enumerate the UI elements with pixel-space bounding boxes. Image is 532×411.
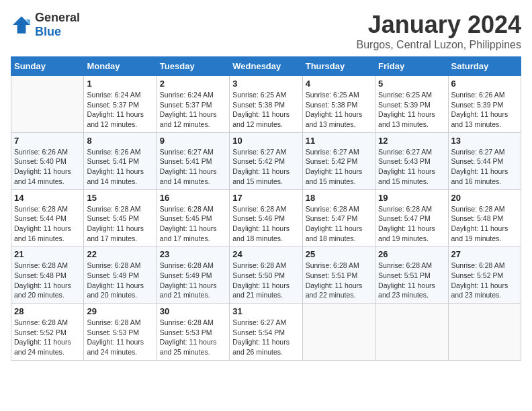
day-info: Sunrise: 6:27 AM Sunset: 5:44 PM Dayligh… bbox=[451, 147, 518, 187]
calendar-cell: 27Sunrise: 6:28 AM Sunset: 5:52 PM Dayli… bbox=[448, 246, 521, 304]
day-info: Sunrise: 6:26 AM Sunset: 5:40 PM Dayligh… bbox=[14, 147, 81, 187]
calendar-week-3: 14Sunrise: 6:28 AM Sunset: 5:44 PM Dayli… bbox=[11, 189, 521, 246]
day-info: Sunrise: 6:28 AM Sunset: 5:45 PM Dayligh… bbox=[87, 204, 153, 244]
day-info: Sunrise: 6:28 AM Sunset: 5:51 PM Dayligh… bbox=[378, 261, 445, 300]
calendar-cell: 22Sunrise: 6:28 AM Sunset: 5:49 PM Dayli… bbox=[84, 246, 157, 304]
calendar-cell bbox=[302, 304, 375, 361]
day-info: Sunrise: 6:28 AM Sunset: 5:47 PM Dayligh… bbox=[306, 204, 372, 244]
day-number: 14 bbox=[14, 193, 81, 203]
day-info: Sunrise: 6:28 AM Sunset: 5:51 PM Dayligh… bbox=[306, 261, 372, 300]
calendar-cell: 10Sunrise: 6:27 AM Sunset: 5:42 PM Dayli… bbox=[230, 132, 302, 189]
calendar-cell: 17Sunrise: 6:28 AM Sunset: 5:46 PM Dayli… bbox=[230, 189, 302, 246]
day-number: 11 bbox=[306, 136, 372, 146]
day-info: Sunrise: 6:28 AM Sunset: 5:44 PM Dayligh… bbox=[14, 204, 81, 244]
calendar-cell: 14Sunrise: 6:28 AM Sunset: 5:44 PM Dayli… bbox=[11, 189, 84, 246]
day-info: Sunrise: 6:26 AM Sunset: 5:41 PM Dayligh… bbox=[87, 147, 153, 187]
day-number: 5 bbox=[378, 79, 445, 89]
calendar-cell bbox=[448, 304, 521, 361]
calendar-cell: 12Sunrise: 6:27 AM Sunset: 5:43 PM Dayli… bbox=[375, 132, 448, 189]
day-info: Sunrise: 6:28 AM Sunset: 5:49 PM Dayligh… bbox=[160, 261, 226, 300]
calendar-cell: 20Sunrise: 6:28 AM Sunset: 5:48 PM Dayli… bbox=[448, 189, 521, 246]
day-info: Sunrise: 6:24 AM Sunset: 5:37 PM Dayligh… bbox=[160, 90, 226, 130]
day-number: 21 bbox=[14, 249, 81, 259]
day-info: Sunrise: 6:28 AM Sunset: 5:48 PM Dayligh… bbox=[14, 261, 81, 300]
day-info: Sunrise: 6:25 AM Sunset: 5:38 PM Dayligh… bbox=[232, 90, 299, 130]
day-number: 25 bbox=[306, 249, 372, 259]
calendar-table: SundayMondayTuesdayWednesdayThursdayFrid… bbox=[11, 56, 521, 361]
calendar-cell: 30Sunrise: 6:28 AM Sunset: 5:53 PM Dayli… bbox=[157, 304, 229, 361]
day-info: Sunrise: 6:28 AM Sunset: 5:49 PM Dayligh… bbox=[87, 261, 153, 300]
calendar-cell: 9Sunrise: 6:27 AM Sunset: 5:41 PM Daylig… bbox=[157, 132, 229, 189]
day-number: 15 bbox=[87, 193, 153, 203]
calendar-week-5: 28Sunrise: 6:28 AM Sunset: 5:52 PM Dayli… bbox=[11, 304, 521, 361]
day-of-week-thursday: Thursday bbox=[302, 57, 375, 76]
logo-blue: Blue bbox=[35, 25, 61, 38]
calendar-cell: 13Sunrise: 6:27 AM Sunset: 5:44 PM Dayli… bbox=[448, 132, 521, 189]
calendar-cell: 15Sunrise: 6:28 AM Sunset: 5:45 PM Dayli… bbox=[84, 189, 157, 246]
day-info: Sunrise: 6:27 AM Sunset: 5:54 PM Dayligh… bbox=[232, 318, 299, 357]
calendar-week-2: 7Sunrise: 6:26 AM Sunset: 5:40 PM Daylig… bbox=[11, 132, 521, 189]
calendar-cell: 16Sunrise: 6:28 AM Sunset: 5:45 PM Dayli… bbox=[157, 189, 229, 246]
calendar-cell: 11Sunrise: 6:27 AM Sunset: 5:42 PM Dayli… bbox=[302, 132, 375, 189]
day-info: Sunrise: 6:27 AM Sunset: 5:42 PM Dayligh… bbox=[232, 147, 299, 187]
day-info: Sunrise: 6:27 AM Sunset: 5:43 PM Dayligh… bbox=[378, 147, 445, 187]
calendar-cell bbox=[375, 304, 448, 361]
day-number: 3 bbox=[232, 79, 299, 89]
day-number: 18 bbox=[306, 193, 372, 203]
day-number: 13 bbox=[451, 136, 518, 146]
calendar-cell: 5Sunrise: 6:25 AM Sunset: 5:39 PM Daylig… bbox=[375, 76, 448, 133]
day-info: Sunrise: 6:28 AM Sunset: 5:45 PM Dayligh… bbox=[160, 204, 226, 244]
title-block: January 2024 Burgos, Central Luzon, Phil… bbox=[357, 11, 521, 51]
calendar-header: SundayMondayTuesdayWednesdayThursdayFrid… bbox=[11, 57, 521, 76]
calendar-body: 1Sunrise: 6:24 AM Sunset: 5:37 PM Daylig… bbox=[11, 76, 521, 361]
calendar-cell: 26Sunrise: 6:28 AM Sunset: 5:51 PM Dayli… bbox=[375, 246, 448, 304]
day-info: Sunrise: 6:28 AM Sunset: 5:52 PM Dayligh… bbox=[14, 318, 81, 357]
day-info: Sunrise: 6:27 AM Sunset: 5:41 PM Dayligh… bbox=[160, 147, 226, 187]
day-number: 20 bbox=[451, 193, 518, 203]
day-number: 29 bbox=[87, 306, 153, 316]
day-of-week-wednesday: Wednesday bbox=[230, 57, 302, 76]
day-number: 1 bbox=[87, 79, 153, 89]
calendar-cell: 25Sunrise: 6:28 AM Sunset: 5:51 PM Dayli… bbox=[302, 246, 375, 304]
logo: General Blue bbox=[11, 11, 80, 39]
day-number: 7 bbox=[14, 136, 81, 146]
day-of-week-sunday: Sunday bbox=[11, 57, 84, 76]
day-info: Sunrise: 6:28 AM Sunset: 5:52 PM Dayligh… bbox=[451, 261, 518, 300]
logo-general: General bbox=[35, 11, 80, 24]
day-number: 19 bbox=[378, 193, 445, 203]
day-info: Sunrise: 6:28 AM Sunset: 5:47 PM Dayligh… bbox=[378, 204, 445, 244]
day-number: 30 bbox=[160, 306, 226, 316]
day-number: 4 bbox=[306, 79, 372, 89]
page-header: General Blue January 2024 Burgos, Centra… bbox=[11, 11, 521, 51]
day-number: 24 bbox=[232, 249, 299, 259]
calendar-cell: 4Sunrise: 6:25 AM Sunset: 5:38 PM Daylig… bbox=[302, 76, 375, 133]
day-info: Sunrise: 6:24 AM Sunset: 5:37 PM Dayligh… bbox=[87, 90, 153, 130]
calendar-cell: 18Sunrise: 6:28 AM Sunset: 5:47 PM Dayli… bbox=[302, 189, 375, 246]
calendar-week-4: 21Sunrise: 6:28 AM Sunset: 5:48 PM Dayli… bbox=[11, 246, 521, 304]
day-number: 23 bbox=[160, 249, 226, 259]
calendar-cell: 29Sunrise: 6:28 AM Sunset: 5:53 PM Dayli… bbox=[84, 304, 157, 361]
month-year-title: January 2024 bbox=[357, 11, 521, 39]
logo-icon bbox=[11, 14, 32, 36]
day-info: Sunrise: 6:28 AM Sunset: 5:53 PM Dayligh… bbox=[87, 318, 153, 357]
day-number: 28 bbox=[14, 306, 81, 316]
day-number: 12 bbox=[378, 136, 445, 146]
day-number: 2 bbox=[160, 79, 226, 89]
day-number: 8 bbox=[87, 136, 153, 146]
day-number: 16 bbox=[160, 193, 226, 203]
day-number: 17 bbox=[232, 193, 299, 203]
calendar-cell: 24Sunrise: 6:28 AM Sunset: 5:50 PM Dayli… bbox=[230, 246, 302, 304]
day-info: Sunrise: 6:28 AM Sunset: 5:53 PM Dayligh… bbox=[160, 318, 226, 357]
svg-marker-0 bbox=[13, 16, 30, 34]
calendar-cell: 21Sunrise: 6:28 AM Sunset: 5:48 PM Dayli… bbox=[11, 246, 84, 304]
calendar-cell: 1Sunrise: 6:24 AM Sunset: 5:37 PM Daylig… bbox=[84, 76, 157, 133]
calendar-cell: 2Sunrise: 6:24 AM Sunset: 5:37 PM Daylig… bbox=[157, 76, 229, 133]
calendar-cell bbox=[11, 76, 84, 133]
day-of-week-saturday: Saturday bbox=[448, 57, 521, 76]
day-number: 9 bbox=[160, 136, 226, 146]
day-info: Sunrise: 6:25 AM Sunset: 5:38 PM Dayligh… bbox=[306, 90, 372, 130]
day-info: Sunrise: 6:27 AM Sunset: 5:42 PM Dayligh… bbox=[306, 147, 372, 187]
day-of-week-friday: Friday bbox=[375, 57, 448, 76]
day-of-week-monday: Monday bbox=[84, 57, 157, 76]
calendar-cell: 28Sunrise: 6:28 AM Sunset: 5:52 PM Dayli… bbox=[11, 304, 84, 361]
